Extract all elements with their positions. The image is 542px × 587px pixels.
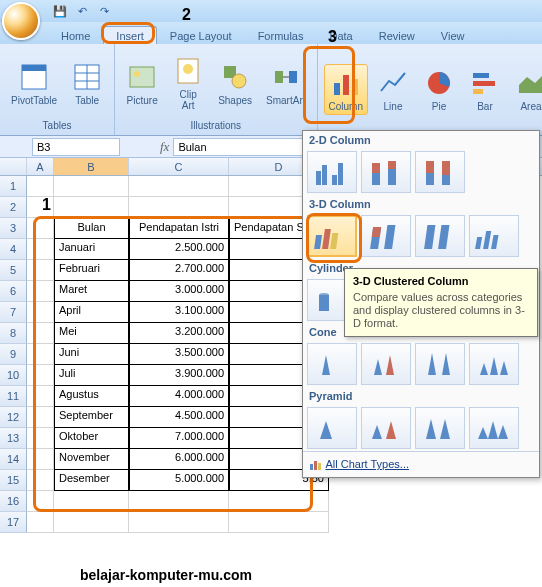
tab-data[interactable]: Data [316, 26, 365, 44]
chart-3d-stacked[interactable] [361, 215, 411, 257]
all-chart-types-link[interactable]: All Chart Types... [303, 451, 539, 477]
svg-rect-20 [473, 81, 495, 86]
area-chart-button[interactable]: Area [510, 64, 542, 115]
row-header[interactable]: 7 [0, 302, 27, 323]
watermark: belajar-komputer-mu.com [80, 567, 252, 583]
save-icon[interactable]: 💾 [52, 3, 68, 19]
ribbon-tabs: Home Insert Page Layout Formulas Data Re… [0, 22, 542, 44]
tab-page-layout[interactable]: Page Layout [157, 26, 245, 44]
gallery-section-3d: 3-D Column [303, 195, 539, 213]
table-row: 16 [0, 491, 542, 512]
select-all-corner[interactable] [0, 158, 27, 175]
table-button[interactable]: Table [66, 58, 108, 109]
svg-point-7 [134, 71, 140, 77]
chart-pyramid-2[interactable] [361, 407, 411, 449]
tab-review[interactable]: Review [366, 26, 428, 44]
svg-marker-66 [488, 421, 498, 439]
row-header[interactable]: 9 [0, 344, 27, 365]
pie-chart-button[interactable]: Pie [418, 64, 460, 115]
svg-marker-55 [428, 353, 436, 375]
svg-marker-62 [386, 421, 396, 439]
col-header-c[interactable]: C [129, 158, 229, 175]
office-button[interactable] [2, 2, 40, 40]
chart-cone-1[interactable] [307, 343, 357, 385]
annotation-num-1: 1 [42, 196, 51, 214]
row-header[interactable]: 17 [0, 512, 27, 533]
chart-pyramid-1[interactable] [307, 407, 357, 449]
chart-tooltip: 3-D Clustered Column Compare values acro… [344, 268, 538, 337]
svg-rect-34 [388, 161, 396, 169]
svg-marker-53 [374, 359, 382, 375]
column-chart-button[interactable]: Column [324, 64, 368, 115]
shapes-button[interactable]: Shapes [213, 58, 257, 109]
bar-chart-button[interactable]: Bar [464, 64, 506, 115]
redo-icon[interactable]: ↷ [96, 3, 112, 19]
chart-2d-100stacked[interactable] [415, 151, 465, 193]
svg-rect-21 [473, 89, 483, 94]
chart-3d-clustered[interactable] [307, 215, 357, 257]
group-illustrations: Picture Clip Art Shapes SmartArt Illustr… [115, 44, 317, 135]
row-header[interactable]: 16 [0, 491, 27, 512]
row-header[interactable]: 6 [0, 281, 27, 302]
name-box[interactable] [32, 138, 120, 156]
col-header-a[interactable]: A [27, 158, 54, 175]
row-header[interactable]: 12 [0, 407, 27, 428]
row-header[interactable]: 2 [0, 197, 27, 218]
row-header[interactable]: 11 [0, 386, 27, 407]
row-header[interactable]: 3 [0, 218, 27, 239]
pivottable-button[interactable]: PivotTable [6, 58, 62, 109]
svg-marker-63 [426, 419, 436, 439]
chart-pyramid-3[interactable] [415, 407, 465, 449]
svg-rect-46 [438, 225, 449, 249]
row-header[interactable]: 13 [0, 428, 27, 449]
chart-cone-2[interactable] [361, 343, 411, 385]
svg-rect-41 [330, 233, 338, 249]
svg-rect-29 [332, 175, 337, 185]
svg-marker-65 [478, 427, 488, 439]
row-header[interactable]: 4 [0, 239, 27, 260]
svg-rect-16 [343, 75, 349, 95]
fx-icon[interactable]: fx [160, 139, 169, 155]
svg-rect-39 [314, 235, 322, 249]
svg-rect-19 [473, 73, 489, 78]
chart-3d-column[interactable] [469, 215, 519, 257]
row-header[interactable]: 10 [0, 365, 27, 386]
chart-cone-3[interactable] [415, 343, 465, 385]
clipart-button[interactable]: Clip Art [167, 52, 209, 114]
gallery-section-pyramid: Pyramid [303, 387, 539, 405]
row-header[interactable]: 8 [0, 323, 27, 344]
svg-marker-61 [372, 425, 382, 439]
svg-marker-64 [440, 419, 450, 439]
svg-point-9 [183, 64, 193, 74]
pivottable-icon [18, 61, 50, 93]
tab-view[interactable]: View [428, 26, 478, 44]
chart-3d-100stacked[interactable] [415, 215, 465, 257]
smartart-button[interactable]: SmartArt [261, 58, 310, 109]
svg-marker-54 [386, 355, 394, 375]
row-header[interactable]: 14 [0, 449, 27, 470]
table-icon [71, 61, 103, 93]
chart-cone-4[interactable] [469, 343, 519, 385]
gallery-section-2d: 2-D Column [303, 131, 539, 149]
svg-rect-6 [130, 67, 154, 87]
tab-formulas[interactable]: Formulas [245, 26, 317, 44]
svg-marker-59 [500, 361, 508, 375]
chart-pyramid-4[interactable] [469, 407, 519, 449]
line-chart-button[interactable]: Line [372, 64, 414, 115]
row-header[interactable]: 1 [0, 176, 27, 197]
chart-2d-clustered[interactable] [307, 151, 357, 193]
chart-2d-stacked[interactable] [361, 151, 411, 193]
group-charts: Column Line Pie Bar Area Scatt [318, 44, 542, 135]
picture-button[interactable]: Picture [121, 58, 163, 109]
tooltip-title: 3-D Clustered Column [353, 275, 529, 287]
row-header[interactable]: 15 [0, 470, 27, 491]
tab-home[interactable]: Home [48, 26, 103, 44]
undo-icon[interactable]: ↶ [74, 3, 90, 19]
svg-marker-22 [519, 75, 542, 93]
tab-insert[interactable]: Insert [103, 26, 157, 44]
group-tables: PivotTable Table Tables [0, 44, 115, 135]
row-header[interactable]: 5 [0, 260, 27, 281]
svg-rect-68 [310, 464, 313, 470]
shapes-icon [219, 61, 251, 93]
col-header-b[interactable]: B [54, 158, 129, 175]
